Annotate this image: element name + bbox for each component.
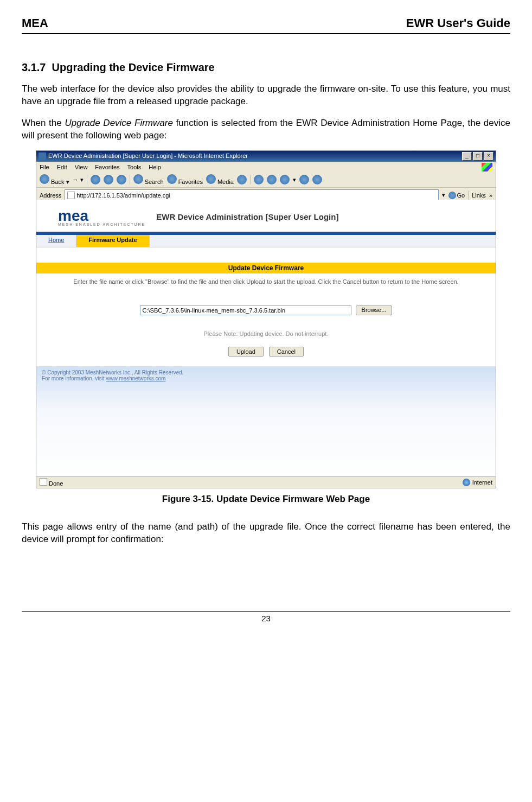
print-icon[interactable]	[267, 175, 277, 184]
status-right: Internet	[463, 479, 492, 486]
instructions-text: Enter the file name or click "Browse" to…	[36, 273, 496, 290]
italic-term: Upgrade Device Firmware	[65, 118, 172, 128]
menu-edit[interactable]: Edit	[57, 164, 67, 170]
menu-tools[interactable]: Tools	[127, 164, 142, 170]
status-left: Done	[40, 478, 63, 487]
figure-caption: Figure 3-15. Update Device Firmware Web …	[22, 494, 510, 505]
meshnetworks-link[interactable]: www.meshnetworks.com	[106, 375, 165, 381]
go-icon	[448, 192, 456, 199]
history-icon[interactable]	[237, 175, 247, 184]
media-icon	[206, 174, 216, 184]
refresh-icon[interactable]	[104, 175, 113, 184]
browser-screenshot: EWR Device Administration [Super User Lo…	[36, 150, 496, 488]
header-left: MEA	[22, 16, 48, 30]
ie-icon	[39, 152, 46, 160]
stop-icon[interactable]	[91, 175, 100, 184]
address-label: Address	[40, 192, 61, 199]
favorites-icon	[167, 174, 177, 184]
menu-favorites[interactable]: Favorites	[95, 164, 119, 170]
home-icon[interactable]	[117, 175, 126, 184]
logo-bar: mea MESH ENABLED ARCHITECTURE EWR Device…	[36, 200, 496, 232]
section-title: Upgrading the Device Firmware	[52, 61, 215, 73]
tab-firmware-update[interactable]: Firmware Update	[76, 235, 149, 247]
browse-button[interactable]: Browse...	[356, 305, 393, 315]
tab-row: Home Firmware Update	[36, 235, 496, 247]
mea-logo: mea MESH ENABLED ARCHITECTURE	[58, 207, 145, 226]
window-titlebar: EWR Device Administration [Super User Lo…	[36, 151, 496, 162]
page-header: MEA EWR User's Guide	[22, 16, 510, 34]
edit-icon[interactable]	[280, 175, 290, 184]
back-icon	[40, 174, 49, 184]
cancel-button[interactable]: Cancel	[269, 347, 304, 357]
tab-home[interactable]: Home	[36, 235, 76, 247]
paragraph-2: When the Upgrade Device Firmware functio…	[22, 117, 510, 142]
forward-button[interactable]: → ▾	[73, 176, 84, 183]
upload-button[interactable]: Upload	[228, 347, 264, 357]
favorites-button[interactable]: Favorites	[167, 174, 203, 185]
window-controls: _ □ ×	[462, 152, 493, 161]
go-button[interactable]: Go	[448, 192, 465, 199]
admin-title: EWR Device Administration [Super User Lo…	[156, 212, 338, 221]
status-bar: Done Internet	[36, 476, 496, 488]
paragraph-3: This page allows entry of the name (and …	[22, 521, 510, 546]
menu-bar: File Edit View Favorites Tools Help	[36, 162, 496, 173]
note-text: Please Note: Updating device. Do not int…	[36, 321, 496, 347]
internet-zone-icon	[463, 479, 470, 486]
search-icon	[133, 174, 143, 184]
media-button[interactable]: Media	[206, 174, 234, 185]
header-right: EWR User's Guide	[406, 16, 510, 30]
paragraph-1: The web interface for the device also pr…	[22, 83, 510, 108]
back-button[interactable]: Back ▾	[40, 174, 69, 186]
messenger-icon[interactable]	[312, 175, 322, 184]
toolbar: Back ▾ → ▾ Search Favorites Media ▾	[36, 173, 496, 188]
section-number: 3.1.7	[22, 61, 46, 73]
file-path-input[interactable]: C:\SBC_7.3.6.5\in-linux-mea_mem-sbc_7.3.…	[140, 305, 351, 315]
maximize-button[interactable]: □	[473, 152, 483, 161]
page-footer: © Copyright 2003 MeshNetworks Inc., All …	[36, 366, 496, 476]
menu-help[interactable]: Help	[149, 164, 161, 170]
page-icon	[67, 192, 75, 199]
ie-logo-icon	[482, 163, 492, 171]
mail-icon[interactable]	[254, 175, 264, 184]
minimize-button[interactable]: _	[462, 152, 472, 161]
page-footer-number: 23	[22, 611, 510, 623]
section-heading: 3.1.7 Upgrading the Device Firmware	[22, 61, 510, 74]
search-button[interactable]: Search	[133, 174, 164, 185]
copyright-text: © Copyright 2003 MeshNetworks Inc., All …	[42, 370, 490, 375]
links-label[interactable]: Links	[472, 192, 486, 199]
done-icon	[40, 478, 47, 486]
discuss-icon[interactable]	[299, 175, 309, 184]
button-row: Upload Cancel	[36, 347, 496, 366]
panel-title: Update Device Firmware	[36, 263, 496, 273]
menu-view[interactable]: View	[75, 164, 88, 170]
close-button[interactable]: ×	[484, 152, 493, 161]
menu-file[interactable]: File	[40, 164, 49, 170]
file-row: C:\SBC_7.3.6.5\in-linux-mea_mem-sbc_7.3.…	[36, 290, 496, 321]
page-content: mea MESH ENABLED ARCHITECTURE EWR Device…	[36, 200, 496, 476]
window-title: EWR Device Administration [Super User Lo…	[39, 152, 248, 160]
